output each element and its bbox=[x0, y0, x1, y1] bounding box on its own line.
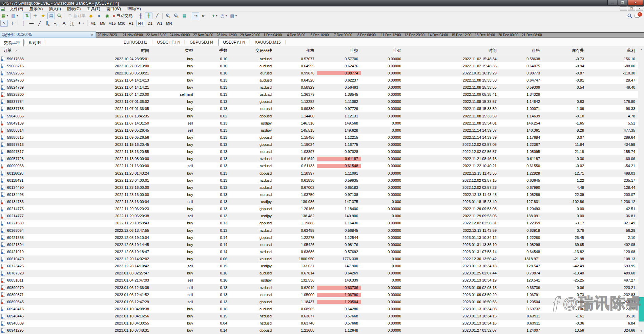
autotrading-button[interactable]: ● 自动交易 bbox=[111, 13, 133, 19]
table-row[interactable]: 609405092023.01.10 04:30:55buy0.04nzdusd… bbox=[0, 320, 638, 327]
arrows-button[interactable]: ✦▼ bbox=[77, 20, 85, 27]
scrollbar-thumb[interactable] bbox=[639, 297, 644, 321]
strategy-tester-button[interactable] bbox=[56, 13, 63, 19]
table-row[interactable]: 601344932022.11.23 16:00:00buy0.13eurusd… bbox=[0, 191, 638, 198]
column-header-8[interactable]: 时间 bbox=[404, 48, 499, 53]
table-row[interactable]: 604219192022.12.08 19:18:47buy0.14nzdusd… bbox=[0, 248, 638, 255]
table-row[interactable]: 596176382022.10.24 23:05:01buy0.10nzdusd… bbox=[0, 55, 638, 62]
zoom-out-button[interactable] bbox=[172, 13, 180, 19]
table-row[interactable]: 598247692022.11.04 14:14:21buy0.13nzdusd… bbox=[0, 84, 638, 91]
fibonacci-button[interactable]: ≡F bbox=[52, 20, 60, 27]
news-button[interactable]: ◉ bbox=[103, 13, 111, 19]
chart-tab-usdchf-h4[interactable]: USDCHF,H4 bbox=[152, 39, 184, 46]
timeframe-w1[interactable]: W1 bbox=[155, 20, 164, 26]
column-header-11[interactable]: 获利 bbox=[587, 48, 638, 53]
menu-item-6[interactable]: 帮助(H) bbox=[124, 6, 144, 12]
table-row[interactable]: 602215892022.11.29 10:59:43buy0.13gbpusd… bbox=[0, 220, 638, 227]
vertical-line-button[interactable]: │ bbox=[20, 20, 27, 27]
timeframe-m5[interactable]: M5 bbox=[98, 20, 107, 26]
panel-tab-1[interactable]: 即时图 bbox=[25, 39, 44, 47]
timeframe-m1[interactable]: M1 bbox=[89, 20, 98, 26]
column-header-0[interactable]: 订单∕ bbox=[0, 48, 56, 53]
table-row[interactable]: 599975172022.11.15 16:20:55buy0.13eurusd… bbox=[0, 148, 638, 155]
column-header-1[interactable]: 时间 bbox=[56, 48, 152, 53]
chart-tab-usdjpy-h4[interactable]: USDJPY,H4 bbox=[219, 39, 249, 46]
table-row[interactable]: 596682162022.10.27 06:13:00buy0.10audusd… bbox=[0, 62, 638, 69]
horizontal-line-button[interactable]: — bbox=[28, 20, 35, 27]
menu-item-0[interactable]: 文件(F) bbox=[7, 6, 26, 12]
table-row[interactable]: 608902702023.01.06 12:36:38sell0.13nzdus… bbox=[0, 284, 638, 291]
table-row[interactable]: 609404152023.01.10 04:08:38buy0.16audusd… bbox=[0, 305, 638, 312]
data-window-button[interactable]: ✛ bbox=[31, 13, 39, 19]
community-button[interactable]: ● bbox=[95, 13, 103, 19]
table-row[interactable]: 596925562022.10.28 05:39:21buy0.10eurusd… bbox=[0, 69, 638, 76]
chart-tab-eurusd-h1[interactable]: EURUSD,H1 bbox=[119, 39, 151, 46]
bar-chart-button[interactable]: ╫ bbox=[137, 13, 144, 19]
zoom-in-button[interactable] bbox=[164, 13, 172, 19]
auto-scroll-button[interactable]: ⇥ bbox=[192, 13, 199, 19]
table-row[interactable]: 601160282022.11.23 01:43:24buy0.13gbpusd… bbox=[0, 170, 638, 177]
timeframe-h1[interactable]: H1 bbox=[127, 20, 136, 26]
column-header-7[interactable]: 止盈 bbox=[361, 48, 404, 53]
metaeditor-button[interactable]: ◆ bbox=[87, 13, 95, 19]
chart-tab-xauusd-m15[interactable]: XAUUSD,M15 bbox=[250, 39, 285, 46]
notifications-button[interactable]: 1 bbox=[634, 13, 642, 19]
column-header-10[interactable]: 库存费 bbox=[543, 48, 587, 53]
candlestick-button[interactable]: ╂ bbox=[145, 13, 152, 19]
table-row[interactable]: 608905452023.01.06 12:47:29sell0.13gbpus… bbox=[0, 298, 638, 305]
menu-item-3[interactable]: 图表(C) bbox=[64, 6, 84, 12]
menu-item-2[interactable]: 插入(I) bbox=[46, 6, 64, 12]
search-button[interactable] bbox=[626, 13, 633, 19]
timeframe-d1[interactable]: D1 bbox=[146, 20, 154, 26]
table-row[interactable]: 607234252022.12.28 14:10:42sell0.15usdjp… bbox=[0, 263, 638, 270]
table-row[interactable]: 601184912022.11.23 04:00:01buy0.13nzdusd… bbox=[0, 177, 638, 184]
close-button[interactable]: ✕ bbox=[628, 0, 643, 5]
vertical-scrollbar[interactable]: ▲ ▼ bbox=[638, 46, 644, 334]
table-row[interactable]: 609404452023.01.10 04:16:56buy0.15nzdusd… bbox=[0, 313, 638, 320]
new-order-button[interactable]: 🗋 新订单 bbox=[67, 13, 86, 19]
column-header-3[interactable]: 手数 bbox=[196, 48, 230, 53]
table-row[interactable]: 601347362022.11.23 16:00:04sell0.13usdjp… bbox=[0, 198, 638, 205]
panel-tab-0[interactable]: 交易品种 bbox=[0, 39, 24, 47]
table-row[interactable]: 598491392022.11.07 14:31:50sell0.13usdjp… bbox=[0, 119, 638, 127]
menu-item-1[interactable]: 显示(V) bbox=[26, 6, 46, 12]
timeframe-h4[interactable]: H4 bbox=[136, 20, 145, 26]
tile-windows-button[interactable]: ▦ bbox=[181, 13, 188, 19]
periods-button[interactable]: ◷▼ bbox=[220, 13, 228, 19]
minimize-button[interactable]: — bbox=[607, 0, 617, 5]
column-header-2[interactable]: 类型 bbox=[152, 48, 196, 53]
market-watch-button[interactable]: ⇅ bbox=[23, 13, 30, 19]
chart-shift-button[interactable]: ⇤ bbox=[200, 13, 207, 19]
table-row[interactable]: 598252002022.11.04 14:20:00sell limit0.1… bbox=[0, 91, 638, 98]
table-row[interactable]: 598247602022.11.04 14:14:13buy0.13audusd… bbox=[0, 76, 638, 84]
line-chart-button[interactable]: ╱ bbox=[153, 13, 161, 19]
table-row[interactable]: 602147762022.11.29 06:20:23buy0.13gbpusd… bbox=[0, 205, 638, 213]
menu-item-5[interactable]: 窗口(W) bbox=[103, 6, 124, 12]
navigator-button[interactable]: ★ bbox=[39, 13, 47, 19]
column-header-5[interactable]: 价格 bbox=[274, 48, 317, 53]
table-row[interactable]: 604218942022.12.08 19:14:45buy0.14eurusd… bbox=[0, 241, 638, 248]
maximize-button[interactable]: ❐ bbox=[618, 0, 627, 5]
table-row[interactable]: 598480562022.11.07 13:45:35buy0.02gbpusd… bbox=[0, 112, 638, 119]
templates-button[interactable]: ▨▼ bbox=[229, 13, 238, 19]
table-row[interactable]: 608510112023.01.04 21:47:03sell0.16usdjp… bbox=[0, 277, 638, 284]
profiles-button[interactable]: ▥▼ bbox=[10, 13, 19, 19]
table-row[interactable]: 607873202023.01.03 02:27:47buy0.16audusd… bbox=[0, 270, 638, 277]
new-chart-button[interactable]: ▦▼ bbox=[0, 13, 9, 19]
cursor-button[interactable]: ↖ bbox=[0, 20, 8, 27]
table-row[interactable]: 602147772022.11.29 06:20:38sell0.13usdjp… bbox=[0, 213, 638, 220]
scroll-up-button[interactable]: ▲ bbox=[638, 46, 644, 52]
table-row[interactable]: 598803152022.11.09 05:26:56buy0.13gbpusd… bbox=[0, 134, 638, 141]
timeframe-m15[interactable]: M15 bbox=[108, 20, 117, 26]
terminal-button[interactable]: ▤ bbox=[47, 13, 55, 19]
mdi-restore-button[interactable]: ❐ bbox=[628, 6, 635, 11]
channel-button[interactable]: ∥E bbox=[44, 20, 51, 27]
table-row[interactable]: 604218682022.12.08 19:10:04buy0.14gbpusd… bbox=[0, 234, 638, 241]
table-row[interactable]: 600909632022.11.21 16:00:00sell0.13nzdus… bbox=[0, 162, 638, 170]
table-row[interactable]: 598803142022.11.09 05:26:45sell0.13usdjp… bbox=[0, 127, 638, 134]
column-header-9[interactable]: 价格 bbox=[499, 48, 543, 53]
table-row[interactable]: 606104702022.12.20 14:02:02buy0.06xauusd… bbox=[0, 255, 638, 263]
table-row[interactable]: 599975162022.11.15 16:20:45buy0.13gbpusd… bbox=[0, 141, 638, 148]
timeframe-m30[interactable]: M30 bbox=[117, 20, 126, 26]
trendline-button[interactable]: ╱ bbox=[36, 20, 43, 27]
